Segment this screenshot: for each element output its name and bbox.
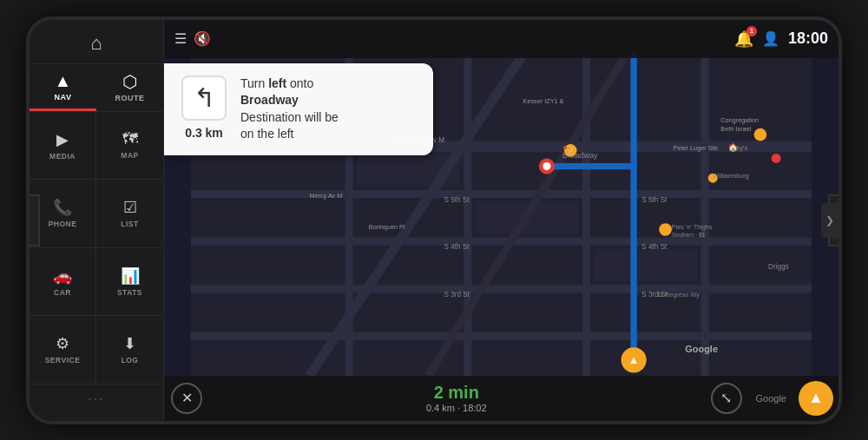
svg-text:Peter Luger Ste.: Peter Luger Ste. [674,144,720,152]
compass-icon-circle: ▲ [799,381,833,416]
fork-icon: ⤡ [720,390,732,406]
notification-badge: 1 [746,26,757,36]
google-attribution: Google [749,393,793,404]
nav-distance: 0.3 km [185,126,223,140]
sidebar-item-map[interactable]: 🗺 MAP [96,112,163,181]
chevron-right-icon: ❯ [825,214,834,227]
main-map-area: ☰ 🔇 🔔 1 👤 18:00 [164,20,838,421]
log-label: LOG [122,356,139,364]
svg-text:Borinquen Pl: Borinquen Pl [369,223,405,231]
eta-time: 2 min [434,383,479,403]
svg-text:S 5th St: S 5th St [444,195,470,203]
stats-icon: 📊 [121,266,140,286]
log-icon: ⬇ [123,334,136,353]
current-time: 18:00 [788,30,828,48]
sidebar-item-list[interactable]: ☑ LIST [96,180,163,248]
user-avatar[interactable]: 👤 [762,30,779,47]
svg-point-33 [754,128,767,141]
bottom-navigation-bar: ✕ 2 min 0.4 km · 18:02 ⤡ Google ▲ [164,376,838,421]
route-icon: ⬡ [122,71,137,92]
svg-text:S 4th St: S 4th St [444,243,470,251]
compass-button[interactable]: ▲ [793,376,838,421]
nav-instruction-content: Turn left onto Broadway Destination will… [240,76,339,143]
home-icon: ⌂ [90,32,102,55]
route-options-button[interactable]: ⤡ [704,376,749,421]
notification-bell[interactable]: 🔔 1 [734,30,753,49]
media-label: MEDIA [49,152,76,161]
svg-text:Kesser IZY1 &: Kesser IZY1 & [523,96,564,104]
service-label: SERVICE [45,356,81,364]
collapse-arrow[interactable]: ❯ [821,203,838,238]
svg-text:El Regreso Wy: El Regreso Wy [657,290,700,298]
svg-point-20 [542,162,550,170]
x-icon: ✕ [181,390,193,406]
turn-direction-icon: ↰ [181,76,227,121]
route-button[interactable]: ⬡ ROUTE [96,64,163,111]
svg-text:Mercy Av M: Mercy Av M [310,192,343,200]
car-icon: 🚗 [53,266,72,286]
svg-text:S 4th St: S 4th St [641,243,667,251]
svg-text:Southern · $$: Southern · $$ [672,231,706,237]
home-button[interactable]: ⌂ [30,27,163,64]
svg-text:Williamsburg: Williamsburg [713,172,749,180]
car-label: CAR [54,288,71,297]
nav-route-row: ▲ NAV ⬡ ROUTE [30,64,163,112]
list-icon: ☑ [123,198,137,217]
cancel-route-button[interactable]: ✕ [164,376,209,421]
svg-text:▲: ▲ [628,353,640,366]
menu-icon[interactable]: ☰ [174,30,187,47]
sidebar-item-log[interactable]: ⬇ LOG [96,316,163,384]
svg-text:🏠: 🏠 [728,142,739,153]
sidebar-more-dots[interactable]: ··· [88,384,104,414]
top-bar: ☰ 🔇 🔔 1 👤 18:00 [164,20,838,58]
svg-point-34 [772,154,781,163]
route-info: 2 min 0.4 km · 18:02 [209,383,704,413]
compass-arrow-icon: ▲ [808,389,824,407]
svg-text:Beth Israel: Beth Israel [720,124,751,132]
sidebar-item-stats[interactable]: 📊 STATS [96,248,163,317]
stats-label: STATS [117,288,142,297]
phone-icon: 📞 [53,198,72,217]
svg-text:●: ● [562,143,568,152]
top-bar-right: 🔔 1 👤 18:00 [734,30,828,49]
nav-card-left: ↰ 0.3 km [178,76,230,143]
nav-button[interactable]: ▲ NAV [30,64,96,111]
sidebar-item-media[interactable]: ▶ MEDIA [30,112,96,181]
top-bar-left: ☰ 🔇 [174,30,211,47]
svg-text:Driggs: Driggs [768,263,789,271]
nav-button-label: NAV [55,93,72,102]
route-button-label: ROUTE [115,94,145,102]
car-unit: ⌂ ▲ NAV ⬡ ROUTE ▶ MEDIA [26,16,842,424]
media-icon: ▶ [56,130,69,149]
svg-text:🍴: 🍴 [566,147,575,156]
sidebar: ⌂ ▲ NAV ⬡ ROUTE ▶ MEDIA [30,20,164,421]
list-label: LIST [121,220,138,228]
turn-arrow-icon: ↰ [194,82,215,113]
svg-text:S 3rd St: S 3rd St [444,290,470,298]
route-options-icon: ⤡ [711,383,742,414]
phone-label: PHONE [49,220,77,228]
service-icon: ⚙ [56,334,69,353]
route-details: 0.4 km · 18:02 [426,403,487,413]
nav-arrow-icon: ▲ [55,71,72,91]
nav-instruction-card: ↰ 0.3 km Turn left onto Broadway Destina… [164,63,433,155]
svg-text:Pies 'n' Thighs: Pies 'n' Thighs [672,223,713,231]
sidebar-item-service[interactable]: ⚙ SERVICE [30,316,96,384]
svg-text:Google: Google [685,343,718,353]
mute-icon[interactable]: 🔇 [194,30,211,47]
nav-instruction-text: Turn left onto Broadway Destination will… [240,76,339,143]
svg-text:S 5th St: S 5th St [641,195,667,203]
cancel-icon-circle: ✕ [171,383,202,414]
map-icon: 🗺 [122,130,138,148]
bracket-left [26,194,40,246]
svg-point-36 [659,223,672,236]
svg-rect-13 [595,249,697,280]
screen-wrapper: ⌂ ▲ NAV ⬡ ROUTE ▶ MEDIA [30,20,838,421]
svg-text:Congregation: Congregation [720,116,759,124]
sidebar-item-car[interactable]: 🚗 CAR [30,248,96,317]
sidebar-grid: ▶ MEDIA 🗺 MAP 📞 PHONE ☑ LIST 🚗 CAR [30,112,163,384]
map-label: MAP [121,151,138,160]
